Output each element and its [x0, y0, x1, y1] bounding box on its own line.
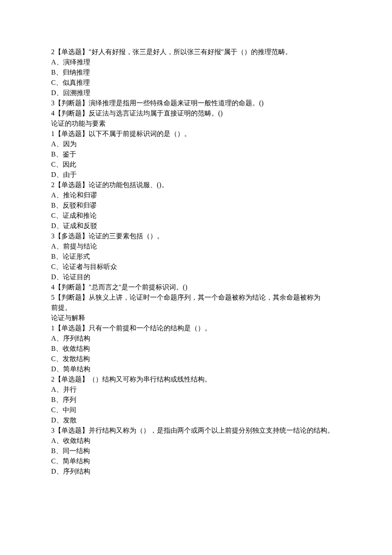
text-line: D、发散 [51, 415, 341, 425]
text-line: C、因此 [51, 159, 341, 170]
text-line: 1【单选题】只有一个前提和一个结论的结构是（）。 [51, 323, 341, 333]
text-line: C、发散结构 [51, 354, 341, 364]
text-line: B、归纳推理 [51, 67, 341, 78]
text-line: 5【判断题】从狭义上讲，论证时一个命题序列，其一个命题被称为结论，其余命题被称为 [51, 292, 341, 303]
text-line: B、鉴于 [51, 149, 341, 159]
text-line: A、并行 [51, 384, 341, 395]
text-line: 2【单选题】（）结构又可称为串行结构或线性结构。 [51, 374, 341, 384]
document-page: 2【单选题】"好人有好报，张三是好人，所以张三有好报"属于（）的推理范畴。 A、… [0, 0, 392, 555]
text-line: B、序列 [51, 395, 341, 405]
text-line: B、反驳和归谬 [51, 200, 341, 211]
text-line: B、同一结构 [51, 446, 341, 456]
text-line: C、似真推理 [51, 78, 341, 88]
text-line: A、序列结构 [51, 333, 341, 344]
text-line: A、演绎推理 [51, 57, 341, 67]
text-line: B、论证形式 [51, 251, 341, 262]
text-line: D、回溯推理 [51, 88, 341, 98]
text-line: A、收敛结构 [51, 436, 341, 446]
text-line: C、简单结构 [51, 456, 341, 466]
text-line: C、证成和推论 [51, 211, 341, 221]
text-line: A、前提与结论 [51, 241, 341, 251]
text-line: C、论证者与目标听众 [51, 262, 341, 272]
text-line: 论证与解释 [51, 313, 341, 323]
text-line: A、因为 [51, 139, 341, 149]
text-line: 3【判断题】演绎推理是指用一些特殊命题来证明一般性道理的命题。() [51, 98, 341, 108]
text-line: C、中间 [51, 405, 341, 415]
text-line: D、简单结构 [51, 364, 341, 374]
text-line: 前提。 [51, 303, 341, 313]
text-line: 3【多选题】论证的三要素包括（）。 [51, 231, 341, 241]
text-line: D、论证目的 [51, 272, 341, 282]
text-line: A、推论和归谬 [51, 190, 341, 200]
text-line: 4【判断题】反证法与选言证法均属于直接证明的范畴。() [51, 108, 341, 119]
text-line: 2【单选题】论证的功能包括说服、()。 [51, 180, 341, 190]
text-line: 3【单选题】并行结构又称为（），是指由两个或两个以上前提分别独立支持统一结论的结… [51, 425, 341, 436]
text-line: D、由于 [51, 170, 341, 180]
text-line: 4【判断题】"总而言之"是一个前提标识词。() [51, 282, 341, 292]
text-line: 2【单选题】"好人有好报，张三是好人，所以张三有好报"属于（）的推理范畴。 [51, 47, 341, 57]
text-line: D、序列结构 [51, 466, 341, 477]
text-line: D、证成和反驳 [51, 221, 341, 231]
text-line: B、收敛结构 [51, 344, 341, 354]
text-line: 1【单选题】以下不属于前提标识词的是（）。 [51, 129, 341, 139]
text-line: 论证的功能与要素 [51, 119, 341, 129]
